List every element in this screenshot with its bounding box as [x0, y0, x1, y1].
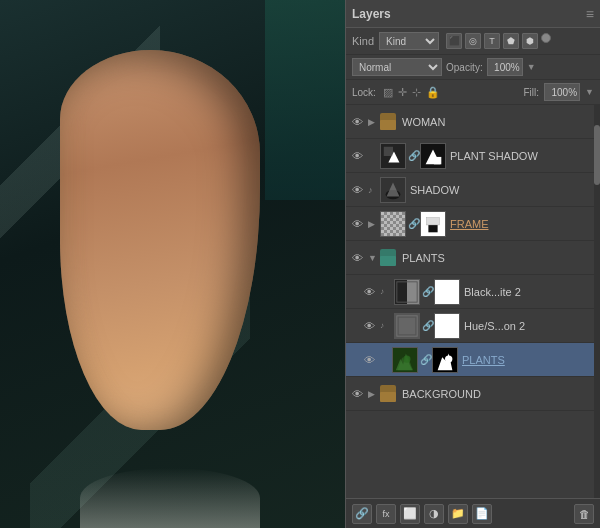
svg-rect-18 [399, 317, 416, 334]
smart-filter-icon: ♪ [380, 287, 392, 296]
canvas-area [0, 0, 345, 528]
fill-arrow[interactable]: ▼ [585, 87, 594, 97]
link-layers-button[interactable]: 🔗 [352, 504, 372, 524]
filter-icons: ⬛ ◎ T ⬟ ⬢ [446, 33, 551, 49]
layer-item[interactable]: 👁 ▶ 🔗 FRAME [346, 207, 600, 241]
filter-circle-icon[interactable] [541, 33, 551, 43]
filter-adjust-icon[interactable]: ◎ [465, 33, 481, 49]
panel-menu-icon[interactable]: ≡ [586, 6, 594, 22]
layer-thumbnail [394, 279, 420, 305]
svg-rect-10 [428, 224, 437, 231]
layer-mask-thumbnail [420, 211, 446, 237]
lock-label: Lock: [352, 87, 376, 98]
layer-name: Hue/S...on 2 [462, 320, 598, 332]
expand-arrow-icon[interactable]: ▶ [368, 117, 378, 127]
layer-item[interactable]: 👁 🔗 PLANTS [346, 343, 600, 377]
layer-item[interactable]: 👁 ♪ 🔗 Hue/S...on 2 [346, 309, 600, 343]
opacity-arrow[interactable]: ▼ [527, 62, 536, 72]
eye-visibility-icon[interactable]: 👁 [348, 249, 366, 267]
svg-rect-2 [384, 146, 393, 155]
chain-link-icon: 🔗 [408, 150, 418, 161]
folder-group-icon [380, 249, 398, 267]
layers-panel: Layers ≡ Kind Kind ⬛ ◎ T ⬟ ⬢ Normal Opac… [345, 0, 600, 528]
layer-mask-thumbnail [420, 143, 446, 169]
layer-mask-thumbnail [434, 279, 460, 305]
opacity-input[interactable] [487, 58, 523, 76]
lock-row: Lock: ▨ ✛ ⊹ 🔒 Fill: ▼ [346, 80, 600, 105]
layer-item[interactable]: 👁 ▼ PLANTS [346, 241, 600, 275]
fill-label: Fill: [524, 87, 540, 98]
add-adjustment-button[interactable]: ◑ [424, 504, 444, 524]
canvas-background [0, 0, 345, 528]
chain-link-icon: 🔗 [422, 320, 432, 331]
lock-position-icon[interactable]: ⊹ [412, 86, 421, 99]
lock-transparent-icon[interactable]: ▨ [383, 86, 393, 99]
panel-title: Layers [352, 7, 391, 21]
eye-visibility-icon[interactable]: 👁 [348, 385, 366, 403]
layer-item[interactable]: 👁 ▶ WOMAN [346, 105, 600, 139]
layer-thumbnail [392, 347, 418, 373]
svg-rect-5 [434, 156, 441, 163]
eye-visibility-icon[interactable]: 👁 [360, 283, 378, 301]
lock-all-icon[interactable]: 🔒 [426, 86, 440, 99]
layer-name: PLANTS [400, 252, 598, 264]
panel-header-icons: ≡ [582, 6, 594, 22]
eye-visibility-icon[interactable]: 👁 [348, 181, 366, 199]
layer-item[interactable]: 👁 ♪ SHADOW [346, 173, 600, 207]
svg-rect-19 [435, 314, 459, 338]
expand-arrow-icon[interactable]: ▼ [368, 253, 378, 263]
lock-image-icon[interactable]: ✛ [398, 86, 407, 99]
layer-name: FRAME [448, 218, 598, 230]
scroll-thumb[interactable] [594, 125, 600, 185]
scrollbar[interactable] [594, 105, 600, 498]
filter-shape-icon[interactable]: ⬟ [503, 33, 519, 49]
smart-filter-icon: ♪ [380, 321, 392, 330]
layer-name: PLANTS [460, 354, 598, 366]
layer-item[interactable]: 👁 🔗 PLANT SHADOW [346, 139, 600, 173]
layer-thumbnail [394, 313, 420, 339]
eye-visibility-icon[interactable]: 👁 [348, 113, 366, 131]
svg-rect-11 [427, 217, 440, 224]
special-icon: ♪ [368, 185, 378, 195]
layer-name: SHADOW [408, 184, 598, 196]
folder-group-icon [380, 385, 398, 403]
layer-name: BACKGROUND [400, 388, 598, 400]
chain-link-icon: 🔗 [422, 286, 432, 297]
svg-point-26 [445, 355, 452, 362]
eye-visibility-icon[interactable]: 👁 [348, 147, 366, 165]
expand-arrow-icon[interactable]: ▶ [368, 389, 378, 399]
layer-thumbnail [380, 177, 406, 203]
bottom-toolbar: 🔗 fx ⬜ ◑ 📁 📄 🗑 [346, 498, 600, 528]
add-mask-button[interactable]: ⬜ [400, 504, 420, 524]
panel-header: Layers ≡ [346, 0, 600, 28]
layer-mask-thumbnail [434, 313, 460, 339]
filter-label: Kind [352, 35, 374, 47]
blend-mode-row: Normal Opacity: ▼ [346, 55, 600, 80]
eye-visibility-icon[interactable]: 👁 [360, 351, 378, 369]
new-layer-button[interactable]: 📄 [472, 504, 492, 524]
eye-visibility-icon[interactable]: 👁 [360, 317, 378, 335]
create-group-button[interactable]: 📁 [448, 504, 468, 524]
layer-thumbnail [380, 211, 406, 237]
eye-visibility-icon[interactable]: 👁 [348, 215, 366, 233]
fill-input[interactable] [544, 83, 580, 101]
filter-type-icon[interactable]: T [484, 33, 500, 49]
layer-item[interactable]: 👁 ▶ BACKGROUND [346, 377, 600, 411]
filter-row: Kind Kind ⬛ ◎ T ⬟ ⬢ [346, 28, 600, 55]
chain-link-icon: 🔗 [408, 218, 418, 229]
filter-kind-select[interactable]: Kind [379, 32, 439, 50]
filter-smart-icon[interactable]: ⬢ [522, 33, 538, 49]
blend-mode-select[interactable]: Normal [352, 58, 442, 76]
add-fx-button[interactable]: fx [376, 504, 396, 524]
delete-layer-button[interactable]: 🗑 [574, 504, 594, 524]
svg-rect-15 [435, 280, 459, 304]
filter-pixel-icon[interactable]: ⬛ [446, 33, 462, 49]
layer-thumbnail [380, 143, 406, 169]
folder-group-icon [380, 113, 398, 131]
layers-list: 👁 ▶ WOMAN 👁 🔗 [346, 105, 600, 498]
layer-item[interactable]: 👁 ♪ 🔗 Black...ite 2 [346, 275, 600, 309]
layer-name: WOMAN [400, 116, 598, 128]
expand-arrow-icon[interactable]: ▶ [368, 219, 378, 229]
svg-point-23 [403, 355, 410, 362]
layer-name: Black...ite 2 [462, 286, 598, 298]
